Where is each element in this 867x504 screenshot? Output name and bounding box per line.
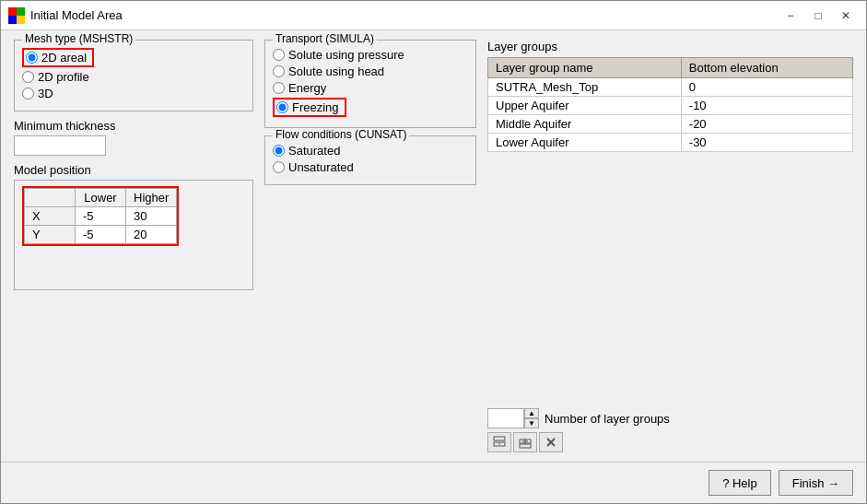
position-y-axis: Y (25, 226, 76, 244)
radio-2d-profile-row: 2D profile (22, 70, 245, 84)
radio-saturated[interactable] (273, 145, 285, 157)
layer-col-name: Layer group name (488, 58, 682, 78)
radio-2d-areal[interactable] (26, 52, 38, 64)
radio-unsaturated-row: Unsaturated (273, 160, 468, 174)
add-row-button[interactable] (513, 432, 537, 452)
position-y-lower: -5 (76, 226, 126, 244)
svg-rect-4 (494, 437, 505, 440)
radio-freezing-label: Freezing (292, 100, 339, 114)
layer-row-1-name: Upper Aquifer (488, 97, 682, 115)
table-row: Upper Aquifer -10 (488, 97, 853, 115)
radio-solute-head-label: Solute using head (288, 64, 384, 78)
radio-solute-pressure-label: Solute using pressure (288, 48, 404, 62)
window-controls: − □ ✕ (778, 6, 859, 26)
layer-groups-table: Layer group name Bottom elevation SUTRA_… (487, 57, 853, 152)
model-position-section: Model position Lower Higher (14, 163, 253, 290)
spinner-wrap: 3 ▲ ▼ (487, 408, 539, 428)
radio-3d-row: 3D (22, 87, 245, 100)
transport-options: Solute using pressure Solute using head … (273, 48, 468, 117)
transport-group: Transport (SIMULA) Solute using pressure… (264, 40, 476, 128)
help-button[interactable]: ? Help (709, 470, 771, 496)
spinner-arrows: ▲ ▼ (524, 408, 539, 428)
num-groups-row: 3 ▲ ▼ Number of layer groups (487, 408, 853, 428)
highlighted-2d-areal: 2D areal (22, 48, 94, 67)
num-groups-label: Number of layer groups (545, 412, 670, 426)
model-position-label: Model position (14, 163, 253, 177)
model-position-highlighted-wrapper: Lower Higher X -5 30 (22, 186, 179, 246)
layer-col-elevation: Bottom elevation (681, 58, 852, 78)
layer-row-0-name: SUTRA_Mesh_Top (488, 78, 682, 97)
middle-panel: Transport (SIMULA) Solute using pressure… (264, 40, 476, 452)
mesh-type-options: 2D areal 2D profile 3D (22, 48, 245, 100)
radio-energy-row: Energy (273, 81, 468, 95)
radio-saturated-label: Saturated (288, 144, 340, 158)
mesh-type-group: Mesh type (MSHSTR) 2D areal 2D profile (14, 40, 253, 111)
right-panel: Layer groups Layer group name Bottom ele… (487, 40, 853, 452)
layer-row-0-elevation: 0 (681, 78, 852, 97)
radio-3d-label: 3D (38, 87, 53, 100)
position-header-lower: Lower (76, 189, 126, 207)
spinner-up-button[interactable]: ▲ (524, 408, 539, 418)
minimum-thickness-section: Minimum thickness 1e-3 (14, 119, 253, 156)
table-row: Y -5 20 (25, 226, 177, 244)
spinner-down-button[interactable]: ▼ (524, 418, 539, 428)
radio-saturated-row: Saturated (273, 144, 468, 158)
table-row: X -5 30 (25, 207, 177, 226)
position-x-axis: X (25, 207, 76, 226)
radio-unsaturated-label: Unsaturated (288, 160, 354, 174)
num-groups-input[interactable]: 3 (487, 408, 524, 428)
svg-rect-8 (520, 444, 531, 448)
delete-row-button[interactable] (539, 432, 563, 452)
main-window: Initial Model Area − □ ✕ Mesh type (MSHS… (0, 0, 867, 504)
radio-energy-label: Energy (288, 81, 326, 95)
position-header-row: Lower Higher (25, 189, 177, 207)
mesh-type-label: Mesh type (MSHSTR) (22, 32, 135, 45)
layer-table-header-row: Layer group name Bottom elevation (488, 58, 853, 78)
position-header-higher: Higher (126, 189, 177, 207)
left-panel: Mesh type (MSHSTR) 2D areal 2D profile (14, 40, 253, 452)
table-row: Lower Aquifer -30 (488, 134, 853, 152)
position-y-higher: 20 (126, 226, 177, 244)
table-row: Middle Aquifer -20 (488, 115, 853, 134)
flow-conditions-group: Flow conditions (CUNSAT) Saturated Unsat… (264, 135, 476, 185)
finish-button[interactable]: Finish → (779, 470, 853, 496)
layer-row-3-elevation: -30 (681, 134, 852, 152)
layer-groups-heading: Layer groups (487, 40, 853, 53)
model-position-table: Lower Higher X -5 30 (24, 188, 177, 244)
min-thickness-input[interactable]: 1e-3 (14, 135, 106, 156)
content-area: Mesh type (MSHSTR) 2D areal 2D profile (1, 30, 866, 462)
min-thickness-label: Minimum thickness (14, 119, 253, 133)
main-row: Mesh type (MSHSTR) 2D areal 2D profile (14, 40, 853, 452)
layer-row-1-elevation: -10 (681, 97, 852, 115)
maximize-button[interactable]: □ (805, 6, 831, 26)
layer-row-2-name: Middle Aquifer (488, 115, 682, 134)
svg-rect-0 (8, 7, 17, 16)
radio-solute-pressure[interactable] (273, 49, 285, 61)
close-button[interactable]: ✕ (833, 6, 859, 26)
window-title: Initial Model Area (30, 8, 778, 22)
radio-2d-areal-row: 2D areal (22, 48, 245, 67)
bottom-bar: ? Help Finish → (1, 462, 866, 503)
radio-solute-head[interactable] (273, 65, 285, 77)
flow-conditions-options: Saturated Unsaturated (273, 144, 468, 174)
title-bar: Initial Model Area − □ ✕ (1, 1, 866, 30)
svg-rect-3 (17, 16, 25, 24)
radio-3d[interactable] (22, 88, 34, 100)
radio-2d-areal-label: 2D areal (41, 51, 87, 64)
radio-freezing[interactable] (276, 101, 288, 113)
position-x-lower: -5 (76, 207, 126, 226)
radio-energy[interactable] (273, 82, 285, 94)
transport-label: Transport (SIMULA) (273, 32, 377, 45)
minimize-button[interactable]: − (778, 6, 803, 26)
radio-unsaturated[interactable] (273, 161, 285, 173)
highlighted-freezing: Freezing (273, 98, 346, 117)
layer-row-2-elevation: -20 (681, 115, 852, 134)
model-position-wrapper: Lower Higher X -5 30 (14, 180, 253, 290)
radio-2d-profile[interactable] (22, 71, 34, 83)
table-row: SUTRA_Mesh_Top 0 (488, 78, 853, 97)
insert-row-button[interactable] (487, 432, 511, 452)
radio-solute-head-row: Solute using head (273, 64, 468, 78)
position-header-empty (25, 189, 76, 207)
svg-rect-2 (8, 16, 17, 24)
svg-rect-1 (17, 7, 25, 16)
